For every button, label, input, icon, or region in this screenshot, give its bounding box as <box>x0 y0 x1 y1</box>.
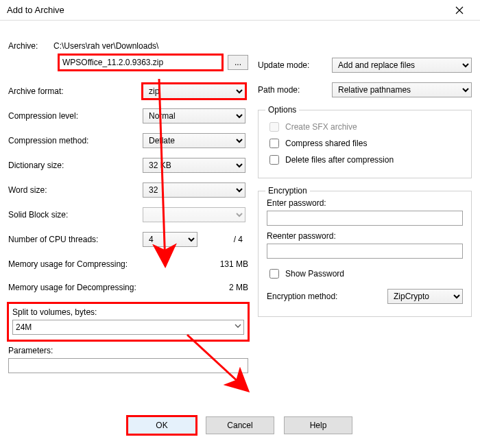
mem-comp-value: 131 MB <box>193 259 248 269</box>
update-mode-label: Update mode: <box>258 60 332 70</box>
path-mode-label: Path mode: <box>258 85 332 95</box>
sfx-label: Create SFX archive <box>285 122 357 132</box>
window-title: Add to Archive <box>7 5 446 15</box>
password-input[interactable] <box>267 211 463 226</box>
archive-filename-input[interactable] <box>59 55 222 70</box>
delete-label: Delete files after compression <box>285 155 394 165</box>
split-volumes-input[interactable] <box>12 320 244 335</box>
mem-decomp-label: Memory usage for Decompressing: <box>8 283 193 292</box>
sfx-checkbox-row[interactable]: Create SFX archive <box>267 120 463 134</box>
mem-decomp-value: 2 MB <box>193 283 248 292</box>
showpw-checkbox-row[interactable]: Show Password <box>267 267 463 281</box>
archive-format-select[interactable]: zip <box>143 84 245 99</box>
help-button[interactable]: Help <box>284 416 352 434</box>
encryption-legend: Encryption <box>265 186 310 196</box>
password-label: Enter password: <box>267 198 463 208</box>
dict-label: Dictionary size: <box>8 161 143 170</box>
ok-button[interactable]: OK <box>128 416 196 434</box>
archive-label: Archive: <box>8 41 53 51</box>
path-mode-select[interactable]: Relative pathnames <box>332 82 472 97</box>
compression-level-select[interactable]: Normal <box>143 108 245 123</box>
word-label: Word size: <box>8 185 143 195</box>
button-row: OK Cancel Help <box>0 416 480 434</box>
title-bar: Add to Archive <box>0 0 480 21</box>
close-button[interactable] <box>446 0 473 21</box>
cpu-threads-select[interactable]: 4 <box>143 232 197 247</box>
cpu-label: Number of CPU threads: <box>8 235 143 244</box>
browse-button[interactable]: ... <box>228 55 248 70</box>
encryption-method-select[interactable]: ZipCrypto <box>387 289 463 304</box>
solid-label: Solid Block size: <box>8 210 143 220</box>
sfx-checkbox <box>269 122 279 132</box>
level-label: Compression level: <box>8 111 143 121</box>
repassword-input[interactable] <box>267 244 463 259</box>
close-icon <box>455 6 464 14</box>
format-label: Archive format: <box>8 86 143 96</box>
parameters-input[interactable] <box>8 358 248 373</box>
shared-label: Compress shared files <box>285 139 367 148</box>
update-mode-select[interactable]: Add and replace files <box>332 58 472 73</box>
compression-method-select[interactable]: Deflate <box>143 133 245 148</box>
encmethod-label: Encryption method: <box>267 292 387 301</box>
delete-checkbox[interactable] <box>269 155 279 165</box>
params-label: Parameters: <box>8 346 248 355</box>
word-size-select[interactable]: 32 <box>143 182 245 198</box>
archive-path: C:\Users\rah ver\Downloads\ <box>53 41 248 51</box>
options-legend: Options <box>265 105 299 115</box>
split-label: Split to volumes, bytes: <box>12 307 244 317</box>
dictionary-size-select[interactable]: 32 KB <box>143 158 245 173</box>
mem-comp-label: Memory usage for Compressing: <box>8 259 193 269</box>
cancel-button[interactable]: Cancel <box>206 416 274 434</box>
cpu-max: / 4 <box>197 235 248 244</box>
showpw-checkbox[interactable] <box>269 269 279 279</box>
repassword-label: Reenter password: <box>267 231 463 241</box>
shared-checkbox[interactable] <box>269 139 279 148</box>
method-label: Compression method: <box>8 136 143 145</box>
showpw-label: Show Password <box>285 269 344 279</box>
solid-block-select[interactable] <box>143 207 245 222</box>
delete-checkbox-row[interactable]: Delete files after compression <box>267 153 463 167</box>
shared-checkbox-row[interactable]: Compress shared files <box>267 137 463 150</box>
